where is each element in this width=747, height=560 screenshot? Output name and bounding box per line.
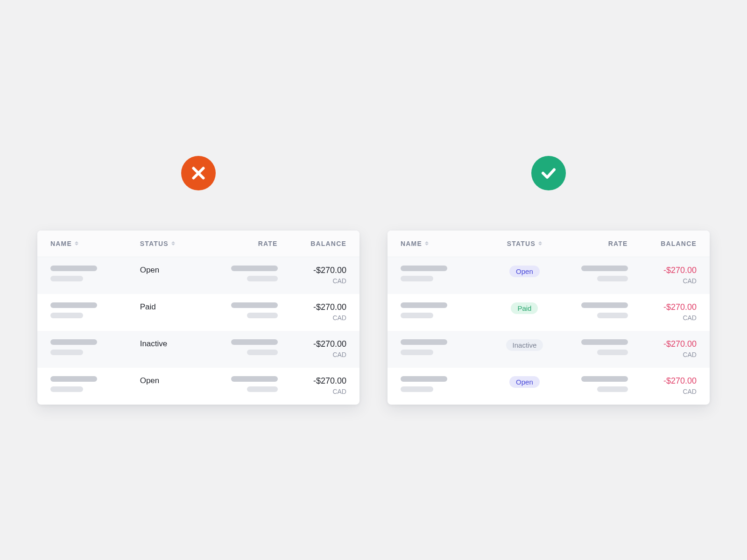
table-row: Inactive -$270.00 CAD <box>37 331 359 368</box>
balance-cell: -$270.00 CAD <box>278 302 346 322</box>
column-header-rate[interactable]: RATE <box>209 240 277 247</box>
status-text: Inactive <box>140 339 168 349</box>
sort-icon <box>171 241 175 245</box>
column-header-status[interactable]: STATUS <box>140 240 209 247</box>
rate-placeholder <box>559 266 627 281</box>
balance-cell: -$270.00 CAD <box>278 339 346 358</box>
balance-amount: -$270.00 <box>628 302 697 312</box>
x-icon <box>181 156 216 190</box>
column-header-balance[interactable]: BALANCE <box>278 240 346 247</box>
column-header-label: NAME <box>401 240 422 247</box>
column-header-label: NAME <box>50 240 72 247</box>
balance-currency: CAD <box>278 277 346 285</box>
column-header-label: STATUS <box>140 240 169 247</box>
balance-amount: -$270.00 <box>278 302 346 312</box>
name-placeholder <box>401 302 490 318</box>
balance-cell: -$270.00 CAD <box>278 376 346 395</box>
table-header-row: NAME STATUS RATE BALANCE <box>37 231 359 257</box>
balance-cell: -$270.00 CAD <box>278 266 346 285</box>
status-badge: Open <box>509 266 540 277</box>
balance-amount: -$270.00 <box>278 339 346 349</box>
balance-currency: CAD <box>628 351 697 358</box>
rate-placeholder <box>559 339 627 355</box>
balance-amount: -$270.00 <box>278 376 346 386</box>
balance-cell: -$270.00 CAD <box>628 266 697 285</box>
column-header-name[interactable]: NAME <box>401 240 490 247</box>
good-example-panel: NAME STATUS RATE BALANCE Open -$270.00 C… <box>388 156 710 405</box>
table-row: Open -$270.00 CAD <box>388 257 710 294</box>
rate-placeholder <box>209 302 277 318</box>
status-text: Open <box>140 376 160 385</box>
column-header-label: RATE <box>608 240 628 247</box>
balance-currency: CAD <box>278 351 346 358</box>
column-header-label: RATE <box>258 240 278 247</box>
rate-placeholder <box>209 376 277 392</box>
balance-currency: CAD <box>628 277 697 285</box>
table-row: Open -$270.00 CAD <box>37 257 359 294</box>
name-placeholder <box>50 376 140 392</box>
name-placeholder <box>401 339 490 355</box>
check-icon <box>531 156 566 190</box>
rate-placeholder <box>209 266 277 281</box>
table-card-good: NAME STATUS RATE BALANCE Open -$270.00 C… <box>388 231 710 405</box>
balance-amount: -$270.00 <box>628 339 697 349</box>
name-placeholder <box>401 376 490 392</box>
table-row: Open -$270.00 CAD <box>388 368 710 405</box>
column-header-label: BALANCE <box>661 240 697 247</box>
balance-amount: -$270.00 <box>628 266 697 275</box>
status-text: Open <box>140 266 160 275</box>
table-row: Inactive -$270.00 CAD <box>388 331 710 368</box>
balance-currency: CAD <box>628 314 697 322</box>
sort-icon <box>538 241 542 245</box>
name-placeholder <box>50 266 140 281</box>
bad-example-panel: NAME STATUS RATE BALANCE Open -$270.00 C… <box>37 156 359 405</box>
status-text: Paid <box>140 302 156 312</box>
table-row: Paid -$270.00 CAD <box>388 294 710 331</box>
column-header-label: BALANCE <box>310 240 346 247</box>
rate-placeholder <box>559 302 627 318</box>
name-placeholder <box>50 302 140 318</box>
rate-placeholder <box>559 376 627 392</box>
status-badge: Inactive <box>506 339 543 351</box>
table-header-row: NAME STATUS RATE BALANCE <box>388 231 710 257</box>
column-header-status[interactable]: STATUS <box>490 240 559 247</box>
column-header-label: STATUS <box>507 240 536 247</box>
rate-placeholder <box>209 339 277 355</box>
balance-currency: CAD <box>278 314 346 322</box>
column-header-name[interactable]: NAME <box>50 240 140 247</box>
column-header-balance[interactable]: BALANCE <box>628 240 697 247</box>
balance-amount: -$270.00 <box>628 376 697 386</box>
column-header-rate[interactable]: RATE <box>559 240 627 247</box>
sort-icon <box>75 241 78 245</box>
balance-currency: CAD <box>278 388 346 395</box>
balance-cell: -$270.00 CAD <box>628 339 697 358</box>
balance-cell: -$270.00 CAD <box>628 376 697 395</box>
name-placeholder <box>401 266 490 281</box>
sort-icon <box>425 241 429 245</box>
status-badge: Open <box>509 376 540 388</box>
balance-cell: -$270.00 CAD <box>628 302 697 322</box>
status-badge: Paid <box>511 302 538 314</box>
table-row: Paid -$270.00 CAD <box>37 294 359 331</box>
table-card-bad: NAME STATUS RATE BALANCE Open -$270.00 C… <box>37 231 359 405</box>
balance-amount: -$270.00 <box>278 266 346 275</box>
table-row: Open -$270.00 CAD <box>37 368 359 405</box>
balance-currency: CAD <box>628 388 697 395</box>
name-placeholder <box>50 339 140 355</box>
